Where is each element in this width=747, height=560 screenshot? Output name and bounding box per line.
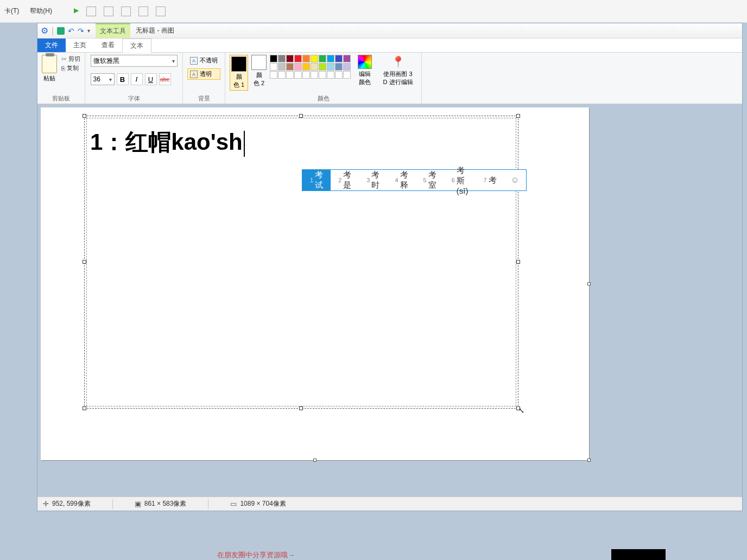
canvas[interactable]: 1：红帽kao'sh 1考试2考是3考时4考释5考室6考斯(sī)7考☺ ⤡ <box>41 107 589 460</box>
palette-swatch[interactable] <box>319 63 326 71</box>
color2-button[interactable]: 颜 色 2 <box>251 55 267 87</box>
palette-swatch[interactable] <box>294 55 302 62</box>
resize-handle[interactable] <box>516 114 520 118</box>
font-family-select[interactable]: 微软雅黑 <box>91 55 178 67</box>
selection-size: ▣861 × 583像素 <box>135 499 187 508</box>
scissors-icon: ✂ <box>61 55 67 63</box>
status-bar: ✛952, 599像素 ▣861 × 583像素 ▭1089 × 704像素 <box>37 497 742 511</box>
palette-swatch[interactable] <box>343 71 351 79</box>
palette-swatch[interactable] <box>270 55 277 62</box>
palette-swatch[interactable] <box>327 63 334 71</box>
toolbar-icon[interactable] <box>86 7 96 16</box>
background-menubar: 卡(T) 帮助(H) ▶ <box>0 0 747 23</box>
canvas-resize-handle[interactable] <box>587 459 591 462</box>
resize-handle[interactable] <box>299 406 303 410</box>
copy-button[interactable]: ⎘复制 <box>61 64 80 72</box>
toolbar-icon[interactable] <box>138 7 148 16</box>
save-icon[interactable] <box>57 27 65 35</box>
palette-swatch[interactable] <box>294 71 302 79</box>
redo-icon[interactable]: ↷ <box>78 27 84 35</box>
transparent-toggle[interactable]: A透明 <box>187 68 220 80</box>
toolbar-icon[interactable] <box>121 7 131 16</box>
opaque-toggle[interactable]: A不透明 <box>187 55 220 66</box>
resize-handle[interactable] <box>516 260 520 264</box>
palette-swatch[interactable] <box>302 55 310 62</box>
palette-swatch[interactable] <box>327 55 334 62</box>
palette-swatch[interactable] <box>335 55 343 62</box>
cut-button[interactable]: ✂剪切 <box>61 55 80 63</box>
palette-swatch[interactable] <box>286 71 294 79</box>
canvas-resize-handle[interactable] <box>313 459 316 462</box>
resize-handle[interactable] <box>299 114 303 118</box>
edit-colors-button[interactable]: 编辑 颜色 <box>354 55 376 86</box>
strikethrough-button[interactable]: abc <box>159 73 171 85</box>
font-size-select[interactable]: 36 <box>91 73 115 85</box>
palette-swatch[interactable] <box>278 55 286 62</box>
toolbar-icon[interactable] <box>104 7 113 16</box>
palette-swatch[interactable] <box>302 63 310 71</box>
resize-handle[interactable] <box>83 406 86 410</box>
tab-view[interactable]: 查看 <box>94 39 122 52</box>
palette-swatch[interactable] <box>270 71 277 79</box>
paint3d-button[interactable]: 📍 使用画图 3 D 进行编辑 <box>379 55 417 86</box>
play-icon[interactable]: ▶ <box>74 7 79 16</box>
ribbon: 粘贴 ✂剪切 ⎘复制 剪贴板 微软雅黑 36 B I U a <box>37 53 742 104</box>
ime-emoji-button[interactable]: ☺ <box>504 170 526 190</box>
palette-swatch[interactable] <box>335 63 343 71</box>
palette-swatch[interactable] <box>319 55 326 62</box>
background-fragment <box>611 549 666 560</box>
palette-swatch[interactable] <box>286 63 294 71</box>
undo-icon[interactable]: ↶ <box>68 27 74 35</box>
color1-button[interactable]: 颜 色 1 <box>230 55 248 91</box>
group-background: A不透明 A透明 背景 <box>183 53 225 104</box>
canvas-area[interactable]: 1：红帽kao'sh 1考试2考是3考时4考释5考室6考斯(sī)7考☺ ⤡ <box>37 104 742 497</box>
palette-swatch[interactable] <box>302 71 310 79</box>
resize-handle[interactable] <box>83 114 86 118</box>
quick-access-toolbar: ⚙ | ↶ ↷ ▾ <box>41 26 90 36</box>
tab-home[interactable]: 主页 <box>66 39 94 52</box>
text-box[interactable]: 1：红帽kao'sh 1考试2考是3考时4考释5考室6考斯(sī)7考☺ ⤡ <box>84 116 518 409</box>
paste-button[interactable]: 粘贴 <box>42 55 57 82</box>
palette-swatch[interactable] <box>311 71 318 79</box>
bg-menu-item[interactable]: 帮助(H) <box>30 7 52 16</box>
toolbar-icon[interactable] <box>156 7 166 16</box>
italic-button[interactable]: I <box>131 73 143 85</box>
ime-candidate[interactable]: 1考试 <box>302 170 331 190</box>
palette-swatch[interactable] <box>311 63 318 71</box>
canvas-resize-handle[interactable] <box>587 282 591 285</box>
selection-icon: ▣ <box>135 500 141 508</box>
bg-menu-item[interactable]: 卡(T) <box>4 7 19 16</box>
palette-swatch[interactable] <box>327 71 334 79</box>
ime-candidate[interactable]: 2考是 <box>331 170 359 190</box>
palette-swatch[interactable] <box>294 63 302 71</box>
tab-file[interactable]: 文件 <box>37 39 66 52</box>
palette-swatch[interactable] <box>343 63 351 71</box>
palette-swatch[interactable] <box>270 63 277 71</box>
palette-swatch[interactable] <box>319 71 326 79</box>
qat-dropdown-icon[interactable]: ▾ <box>87 28 90 34</box>
palette-swatch[interactable] <box>311 55 318 62</box>
ime-candidate[interactable]: 5考室 <box>416 170 444 190</box>
resize-handle[interactable] <box>83 260 86 264</box>
paint3d-icon: 📍 <box>391 55 405 69</box>
group-label: 颜色 <box>318 93 330 103</box>
ribbon-tabs: 文件 主页 查看 文本 <box>37 39 742 53</box>
ime-candidate[interactable]: 7考 <box>476 170 504 190</box>
palette-swatch[interactable] <box>278 71 286 79</box>
ime-candidate[interactable]: 4考释 <box>387 170 415 190</box>
underline-button[interactable]: U <box>145 73 157 85</box>
palette-swatch[interactable] <box>343 55 351 62</box>
opaque-icon: A <box>190 57 198 65</box>
palette-swatch[interactable] <box>286 55 294 62</box>
background-hint-text: 在朋友圈中分享资源哦→ <box>217 550 295 560</box>
bold-button[interactable]: B <box>117 73 129 85</box>
color1-swatch <box>231 56 246 72</box>
color2-swatch <box>251 55 267 70</box>
ime-candidate[interactable]: 6考斯(sī) <box>444 170 476 190</box>
palette-swatch[interactable] <box>335 71 343 79</box>
color-palette <box>270 55 351 79</box>
ime-candidate[interactable]: 3考时 <box>359 170 387 190</box>
copy-icon: ⎘ <box>61 65 65 72</box>
tab-text[interactable]: 文本 <box>122 39 151 53</box>
palette-swatch[interactable] <box>278 63 286 71</box>
